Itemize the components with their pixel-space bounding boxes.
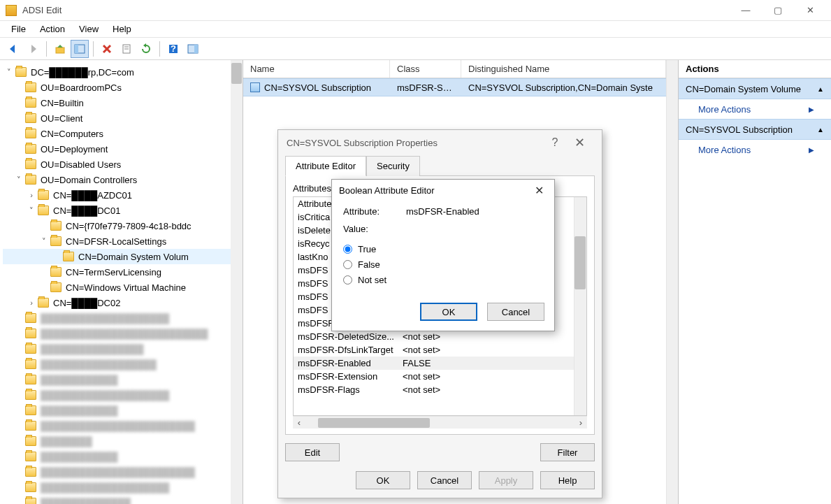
chevron-up-icon: ▲ — [817, 126, 824, 134]
radio-false-input[interactable] — [343, 260, 352, 269]
toolbar: ? — [0, 38, 831, 60]
window-close-button[interactable]: ✕ — [795, 2, 825, 19]
tab-attribute-editor[interactable]: Attribute Editor — [285, 156, 366, 176]
attribute-value: FALSE — [398, 358, 574, 368]
boolean-attribute-editor-dialog: Boolean Attribute Editor ✕ Attribute:msD… — [331, 179, 555, 331]
actions-pane: Actions CN=Domain System Volume▲ More Ac… — [679, 60, 831, 504]
tree-node[interactable]: ˅CN=████DC01 — [3, 203, 240, 218]
menu-help[interactable]: Help — [107, 22, 137, 36]
tree-scrollbar[interactable] — [231, 60, 243, 504]
properties-apply-button[interactable]: Apply — [479, 471, 533, 489]
tree-node-redacted[interactable]: ████████████ — [3, 372, 240, 387]
edit-button[interactable]: Edit — [285, 443, 340, 461]
tree-node-redacted[interactable]: ██████████████ — [3, 495, 240, 504]
radio-not-set[interactable]: Not set — [343, 272, 543, 287]
tree-node-redacted[interactable]: ████████████ — [3, 449, 240, 464]
tree-pane[interactable]: ˅DC=██████rp,DC=com OU=BoardroomPCs CN=B… — [0, 60, 243, 504]
attribute-name: msDFSR-DfsLinkTarget — [294, 345, 398, 355]
chevron-right-icon: ▶ — [809, 146, 814, 154]
tree-node[interactable]: CN=Windows Virtual Machine — [3, 280, 240, 295]
forward-button[interactable] — [24, 40, 42, 58]
properties-dialog-titlebar[interactable]: CN=SYSVOL Subscription Properties ? ✕ — [278, 130, 602, 155]
tree-node-dfsr-localsettings[interactable]: ˅CN=DFSR-LocalSettings — [3, 233, 240, 249]
actions-section-sysvol-subscription[interactable]: CN=SYSVOL Subscription▲ — [679, 119, 831, 140]
tree-node[interactable]: CN={f70fe779-7809-4c18-bddc — [3, 218, 240, 233]
tree-node-redacted[interactable]: ████████████████████ — [3, 310, 240, 326]
attribute-label: Attribute: — [343, 206, 406, 217]
properties-ok-button[interactable]: OK — [356, 471, 410, 489]
tree-node[interactable]: OU=Disabled Users — [3, 157, 240, 172]
actions-section-domain-system-volume[interactable]: CN=Domain System Volume▲ — [679, 78, 831, 99]
tree-node[interactable]: CN=Computers — [3, 126, 240, 141]
action-pane-button[interactable] — [184, 40, 202, 58]
radio-true[interactable]: True — [343, 241, 543, 257]
dialog-help-button[interactable]: ? — [544, 136, 565, 149]
tree-node-redacted[interactable]: ████████████████████████ — [3, 464, 240, 480]
radio-notset-input[interactable] — [343, 275, 352, 285]
properties-dialog-title: CN=SYSVOL Subscription Properties — [287, 138, 544, 148]
attribute-value: <not set> — [398, 331, 574, 342]
boolean-cancel-button[interactable]: Cancel — [487, 303, 544, 321]
window-titlebar: ADSI Edit — ▢ ✕ — [0, 0, 831, 21]
tree-node-domain-system-volume[interactable]: CN=Domain System Volum — [3, 249, 240, 264]
attribute-row[interactable]: msDFSR-EnabledFALSE — [294, 357, 574, 370]
list-col-name[interactable]: Name — [243, 60, 390, 78]
window-maximize-button[interactable]: ▢ — [763, 2, 793, 19]
refresh-button[interactable] — [137, 40, 155, 58]
tree-node[interactable]: ›CN=████AZDC01 — [3, 187, 240, 203]
tree-node-redacted[interactable]: ████████████████ — [3, 341, 240, 357]
attribute-row[interactable]: msDFSR-DeletedSize...<not set> — [294, 330, 574, 343]
tree-node-redacted[interactable]: ████████████████████ — [3, 387, 240, 403]
properties-help-button[interactable]: Help — [540, 471, 595, 489]
menu-view[interactable]: View — [73, 22, 104, 36]
delete-button[interactable] — [98, 40, 116, 58]
tree-node-redacted[interactable]: ████████ — [3, 433, 240, 449]
tree-node-redacted[interactable]: ████████████ — [3, 403, 240, 418]
tree-node[interactable]: ›CN=████DC02 — [3, 295, 240, 310]
attribute-list-vscrollbar[interactable] — [574, 197, 586, 415]
list-col-class[interactable]: Class — [390, 60, 461, 78]
help-button[interactable]: ? — [164, 40, 182, 58]
up-button[interactable] — [51, 40, 69, 58]
menu-action[interactable]: Action — [34, 22, 71, 36]
window-minimize-button[interactable]: — — [730, 2, 761, 19]
tree-node[interactable]: OU=Client — [3, 110, 240, 126]
radio-false[interactable]: False — [343, 257, 543, 272]
actions-more-1[interactable]: More Actions▶ — [679, 99, 831, 119]
radio-true-input[interactable] — [343, 245, 352, 254]
list-header[interactable]: Name Class Distinguished Name — [243, 60, 666, 78]
back-button[interactable] — [4, 40, 22, 58]
tree-node[interactable]: OU=BoardroomPCs — [3, 80, 240, 95]
menu-file[interactable]: File — [6, 22, 31, 36]
tree-node-redacted[interactable]: ████████████████████████ — [3, 418, 240, 433]
tree-node-root[interactable]: ˅DC=██████rp,DC=com — [3, 64, 240, 80]
attribute-name: msDFSR-Flags — [294, 384, 398, 395]
filter-button[interactable]: Filter — [540, 443, 595, 461]
tree-node[interactable]: OU=Deployment — [3, 141, 240, 157]
list-row-sysvol-subscription[interactable]: CN=SYSVOL Subscription msDFSR-Sub... CN=… — [243, 78, 666, 96]
tree-node-domain-controllers[interactable]: ˅OU=Domain Controllers — [3, 172, 240, 187]
list-scrollbar[interactable] — [666, 60, 678, 504]
properties-cancel-button[interactable]: Cancel — [417, 471, 472, 489]
boolean-dialog-close-button[interactable]: ✕ — [530, 184, 547, 197]
attribute-list-hscrollbar[interactable]: ‹› — [293, 416, 587, 429]
tree-node[interactable]: CN=Builtin — [3, 95, 240, 110]
tree-node[interactable]: CN=TermServLicensing — [3, 264, 240, 280]
attribute-value: <not set> — [398, 384, 574, 395]
dialog-close-button[interactable]: ✕ — [565, 135, 593, 150]
actions-more-2[interactable]: More Actions▶ — [679, 140, 831, 159]
attribute-row[interactable]: msDFSR-Extension<not set> — [294, 370, 574, 383]
attribute-row[interactable]: msDFSR-Flags<not set> — [294, 383, 574, 396]
boolean-ok-button[interactable]: OK — [420, 303, 477, 321]
boolean-dialog-titlebar[interactable]: Boolean Attribute Editor ✕ — [332, 180, 554, 201]
tab-security[interactable]: Security — [366, 156, 420, 176]
attribute-row[interactable]: msDFSR-DfsLinkTarget<not set> — [294, 343, 574, 357]
attribute-name: msDFSR-Enabled — [294, 358, 398, 368]
tree-node-redacted[interactable]: ██████████████████ — [3, 357, 240, 372]
properties-button[interactable] — [117, 40, 136, 58]
tree-node-redacted[interactable]: ████████████████████ — [3, 480, 240, 495]
list-col-dn[interactable]: Distinguished Name — [461, 60, 666, 78]
show-hide-console-tree-button[interactable] — [71, 40, 89, 58]
tree-node-redacted[interactable]: ██████████████████████████ — [3, 326, 240, 341]
attribute-name-value: msDFSR-Enabled — [406, 206, 479, 217]
